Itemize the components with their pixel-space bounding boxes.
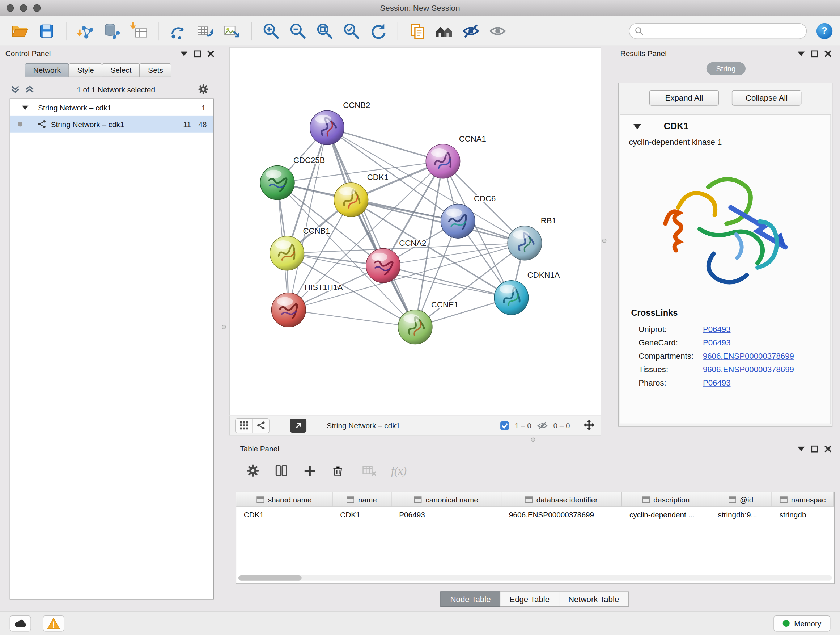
column-type-icon [780,496,788,503]
share-icon [256,421,265,430]
column-header--id[interactable]: @id [711,492,772,507]
crosslink-value[interactable]: P06493 [703,378,830,387]
table-cell[interactable]: cyclin-dependent ... [622,510,710,519]
network-node[interactable]: CDKN1A [494,271,560,315]
column-header-namespac[interactable]: namespac [772,492,834,507]
float-panel-icon[interactable] [811,50,818,57]
network-view-button[interactable] [252,418,269,432]
zoom-in-button[interactable] [259,19,283,43]
collapse-all-button[interactable]: Collapse All [732,90,802,106]
hide-graphics-details-button[interactable] [459,19,483,43]
tab-select[interactable]: Select [102,63,140,78]
network-node[interactable]: CDC6 [441,194,496,238]
panel-menu-icon[interactable] [798,447,805,451]
table-cell[interactable]: P06493 [392,510,502,519]
import-network-database-button[interactable] [100,19,125,43]
open-session-button[interactable] [8,19,32,43]
copy-style-button[interactable] [405,19,430,43]
import-table-button[interactable] [127,19,152,43]
column-header-canonical-name[interactable]: canonical name [392,492,502,507]
close-window-button[interactable] [6,4,14,12]
zoom-fit-button[interactable] [312,19,337,43]
crosslink-value[interactable]: 9606.ENSP00000378699 [703,364,830,374]
table-cell[interactable]: stringdb [772,510,834,519]
float-panel-icon[interactable] [194,50,201,57]
tab-edge-table[interactable]: Edge Table [500,591,559,607]
network-view[interactable]: CCNB2 CCNA1 CDC25B CDK1 [229,47,601,415]
string-tab-badge[interactable]: String [706,62,745,75]
close-panel-icon[interactable] [207,50,214,57]
zoom-selected-button[interactable] [339,19,363,43]
collection-expander-icon[interactable] [22,105,28,110]
zoom-out-button[interactable] [286,19,310,43]
column-header-label: database identifier [537,495,598,504]
bottom-splitter-handle[interactable] [531,437,535,442]
table-row[interactable]: CDK1CDK1P064939606.ENSP00000378699cyclin… [236,507,834,522]
add-column-icon[interactable] [303,464,317,478]
table-settings-gear-icon[interactable] [246,464,260,478]
column-type-icon [642,496,650,503]
import-network-file-button[interactable] [73,19,98,43]
tab-style[interactable]: Style [69,63,103,78]
crosslink-value[interactable]: 9606.ENSP00000378699 [703,351,830,360]
expand-all-button[interactable]: Expand All [649,90,719,106]
table-cell[interactable]: stringdb:9... [711,510,772,519]
crosslink-value[interactable]: P06493 [703,338,830,347]
toolbar-search[interactable] [629,23,807,39]
tab-sets[interactable]: Sets [140,63,172,78]
crosslink-value[interactable]: P06493 [703,325,830,333]
network-node[interactable]: CCNA1 [426,134,486,179]
table-horizontal-scrollbar[interactable] [238,575,832,581]
save-session-button[interactable] [34,19,59,43]
cloud-button[interactable] [10,615,31,631]
gear-icon[interactable] [197,84,209,95]
network-node[interactable]: RB1 [508,216,556,260]
minimize-window-button[interactable] [20,4,27,12]
help-button[interactable]: ? [816,23,832,39]
section-collapse-icon[interactable] [633,124,641,129]
network-collection-row[interactable]: String Network – cdk1 1 [10,99,213,116]
column-header-name[interactable]: name [333,492,392,507]
refresh-icon [369,22,387,40]
tab-node-table[interactable]: Node Table [441,591,500,607]
refresh-view-button[interactable] [366,19,390,43]
show-graphics-details-button[interactable] [485,19,510,43]
scrollbar-thumb[interactable] [238,575,302,581]
maximize-window-button[interactable] [33,4,41,12]
new-network-button[interactable] [166,19,191,43]
network-node[interactable]: CCNB1 [270,226,330,271]
network-node[interactable]: CDK1 [334,173,388,217]
tab-network-table[interactable]: Network Table [559,591,629,607]
close-panel-icon[interactable] [824,445,831,452]
export-image-button[interactable] [219,19,244,43]
collapse-all-icon[interactable] [11,85,20,93]
warnings-button[interactable] [43,615,64,631]
network-from-table-button[interactable] [193,19,218,43]
delete-column-icon[interactable] [331,464,344,478]
column-header-description[interactable]: description [622,492,710,507]
float-panel-icon[interactable] [811,445,818,452]
table-cell[interactable]: CDK1 [333,510,392,519]
panel-menu-icon[interactable] [798,51,805,56]
memory-button[interactable]: Memory [774,615,830,631]
grid-view-button[interactable] [236,418,253,432]
right-splitter-handle[interactable] [602,239,606,243]
column-header-database-identifier[interactable]: database identifier [501,492,622,507]
network-canvas[interactable]: CCNB2 CCNA1 CDC25B CDK1 [230,48,600,416]
column-header-shared-name[interactable]: shared name [236,492,333,507]
close-panel-icon[interactable] [824,50,831,57]
show-columns-icon[interactable] [274,464,288,478]
column-header-label: shared name [268,495,312,504]
tab-network[interactable]: Network [25,63,69,78]
pan-move-icon[interactable] [583,419,595,432]
network-node[interactable]: CCNE1 [398,300,458,344]
network-row[interactable]: String Network – cdk1 11 48 [10,116,213,133]
table-cell[interactable]: CDK1 [236,510,333,519]
search-input[interactable] [647,27,801,35]
detach-view-button[interactable] [290,418,306,432]
panel-menu-icon[interactable] [180,51,187,56]
left-splitter-handle[interactable] [222,325,226,329]
legacy-home-button[interactable] [432,19,456,43]
table-cell[interactable]: 9606.ENSP00000378699 [501,510,622,519]
expand-all-icon[interactable] [25,85,34,93]
